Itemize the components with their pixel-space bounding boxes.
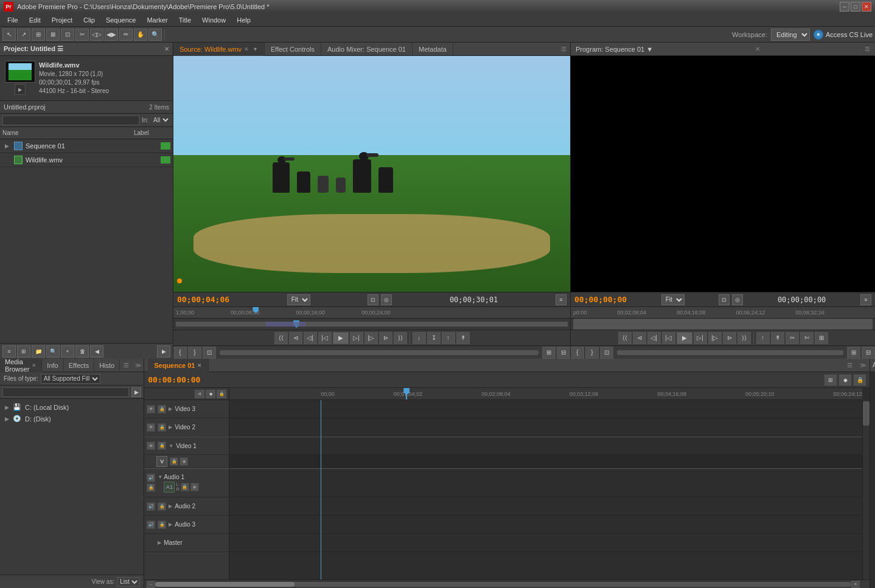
menu-help[interactable]: Help	[232, 15, 256, 25]
a1-expand[interactable]: ▼	[158, 474, 162, 480]
v2-eye[interactable]: 👁	[147, 423, 155, 432]
project-item-seq[interactable]: ▶ Sequence 01	[0, 139, 173, 153]
prog-settings-icon[interactable]: ≡	[860, 294, 871, 305]
search-input[interactable]	[2, 116, 139, 125]
media-browser-tab-close[interactable]: ✕	[32, 362, 37, 368]
timeline-expand[interactable]: ≫	[860, 362, 866, 368]
prog-step-fwd-many[interactable]: ⟩⟩	[737, 332, 751, 344]
prog-go-to-in[interactable]: ⊲	[633, 332, 646, 344]
media-browser-go[interactable]: ▶	[131, 387, 141, 397]
access-cs-live[interactable]: ● Access CS Live	[814, 30, 873, 40]
tl-lock-all[interactable]: 🔒	[217, 390, 226, 398]
project-item-video[interactable]: Wildlife.wmv	[0, 153, 173, 167]
a2-expand[interactable]: ▶	[169, 503, 172, 509]
source-go-to-in[interactable]: ⊲	[289, 332, 302, 344]
program-monitor-menu[interactable]: ☰	[865, 46, 870, 52]
v3-expand[interactable]: ▶	[169, 406, 172, 412]
v2-lock[interactable]: 🔒	[158, 423, 166, 432]
prog-go-to-out[interactable]: ⊳	[723, 332, 736, 344]
source-tab-menu[interactable]: ▼	[253, 46, 258, 52]
tl-sequence-marker[interactable]: ◆	[206, 390, 215, 398]
metadata-tab[interactable]: Metadata	[413, 43, 453, 56]
menu-marker[interactable]: Marker	[142, 15, 172, 25]
source-step-frame-back[interactable]: |◁	[318, 332, 332, 344]
source-step-frame-fwd[interactable]: ▷|	[350, 332, 363, 344]
prog-extract[interactable]: ↟	[771, 332, 784, 344]
proj-delete[interactable]: 🗑	[75, 345, 89, 358]
preview-button[interactable]: ▶	[15, 84, 26, 95]
source-deinterlace[interactable]: ⊟	[557, 347, 570, 359]
prog-step-back[interactable]: ◁|	[647, 332, 661, 344]
program-monitor-close[interactable]: ✕	[755, 46, 760, 52]
source-step-fwd-many[interactable]: ⟩⟩	[394, 332, 407, 344]
a3-lock[interactable]: 🔒	[158, 521, 166, 529]
workspace-select[interactable]: Editing	[771, 29, 810, 41]
source-step-back[interactable]: ◁|	[304, 332, 317, 344]
menu-file[interactable]: File	[2, 15, 23, 25]
prog-mark-clip[interactable]: ⊡	[600, 347, 613, 359]
prog-multi-trim[interactable]: ✄	[800, 332, 814, 344]
proj-icon-view[interactable]: ⊞	[17, 345, 30, 358]
prog-play-stop[interactable]: ▶	[677, 332, 692, 344]
a1-lock[interactable]: 🔒	[147, 483, 155, 492]
tl-snap[interactable]: ⊞	[824, 375, 837, 386]
pen-tool[interactable]: ✏	[119, 29, 133, 41]
info-tab[interactable]: Info	[42, 359, 63, 372]
prog-jog-bar[interactable]	[617, 350, 843, 355]
source-out-mark[interactable]: }	[188, 347, 201, 359]
menu-edit[interactable]: Edit	[24, 15, 46, 25]
source-fit-select[interactable]: Fit	[287, 294, 310, 305]
v3-lock[interactable]: 🔒	[158, 405, 166, 413]
a2-lock[interactable]: 🔒	[158, 502, 166, 511]
ripple-edit-tool[interactable]: ⊞	[32, 29, 45, 41]
tl-zoom-out[interactable]: -	[147, 581, 155, 588]
tl-lock[interactable]: 🔒	[854, 375, 866, 386]
track-select-tool[interactable]: ↗	[17, 29, 30, 41]
source-step-fwd[interactable]: |▷	[364, 332, 378, 344]
proj-back[interactable]: ◀	[90, 345, 103, 358]
v1-eye[interactable]: 👁	[147, 441, 155, 450]
menu-title[interactable]: Title	[174, 15, 196, 25]
audio-mixer-tab[interactable]: Audio Mixer: Sequence 01	[321, 43, 413, 56]
prog-zoom[interactable]: ⊞	[815, 332, 828, 344]
seq-tab-close[interactable]: ✕	[197, 362, 202, 368]
view-as-select[interactable]: List	[117, 577, 140, 587]
prog-output[interactable]: ◎	[732, 294, 743, 305]
media-browser-tab[interactable]: Media Browser ✕	[0, 359, 42, 372]
source-current-time[interactable]: 00;00;04;06	[177, 295, 229, 304]
v-scrollbar-thumb[interactable]	[863, 401, 870, 426]
output-icon[interactable]: ◎	[381, 294, 392, 305]
timeline-current-time[interactable]: 00:00:00:00	[148, 375, 200, 384]
prog-step-frame-back[interactable]: |◁	[662, 332, 675, 344]
timeline-options-menu[interactable]: ☰	[847, 362, 852, 368]
prog-in-mark[interactable]: {	[571, 347, 584, 359]
restore-button[interactable]: □	[851, 2, 860, 12]
program-work-area-bar[interactable]	[573, 319, 873, 330]
source-match-frame[interactable]: ⊞	[542, 347, 556, 359]
effect-controls-tab[interactable]: Effect Controls	[265, 43, 321, 56]
prog-safe-margins[interactable]: ⊡	[719, 294, 730, 305]
tl-go-to-seq-in[interactable]: ⊲	[195, 390, 204, 398]
razor-tool[interactable]: ✂	[75, 29, 89, 41]
slip-tool[interactable]: ◁▷	[90, 29, 103, 41]
v2-expand[interactable]: ▶	[169, 424, 172, 430]
program-fit-select[interactable]: Fit	[661, 294, 685, 305]
source-tab-active[interactable]: Source: Wildlife.wmv ✕ ▼	[173, 43, 265, 56]
files-of-type-select[interactable]: All Supported Fill	[41, 374, 100, 384]
source-tab-close[interactable]: ✕	[244, 46, 249, 52]
v1-sub-lock2[interactable]: ◈	[180, 457, 188, 466]
a2-speaker[interactable]: 🔊	[147, 502, 155, 511]
proj-forward[interactable]: ▶	[157, 345, 170, 358]
proj-search[interactable]: 🔍	[46, 345, 60, 358]
proj-new-bin[interactable]: 📁	[32, 345, 45, 358]
prog-deinterlace[interactable]: ⊟	[862, 347, 875, 359]
in-select[interactable]: All	[151, 116, 170, 124]
tl-add-marker[interactable]: ◆	[839, 375, 851, 386]
media-browser-search[interactable]	[2, 387, 129, 397]
source-playhead-bar[interactable]	[176, 322, 568, 327]
menu-sequence[interactable]: Sequence	[101, 15, 141, 25]
media-browser-expand[interactable]: ≫	[133, 362, 144, 368]
timeline-v-scrollbar[interactable]	[862, 400, 870, 579]
h-scrollbar-thumb[interactable]	[155, 582, 295, 587]
sequence-tab[interactable]: Sequence 01 ✕	[148, 359, 209, 372]
